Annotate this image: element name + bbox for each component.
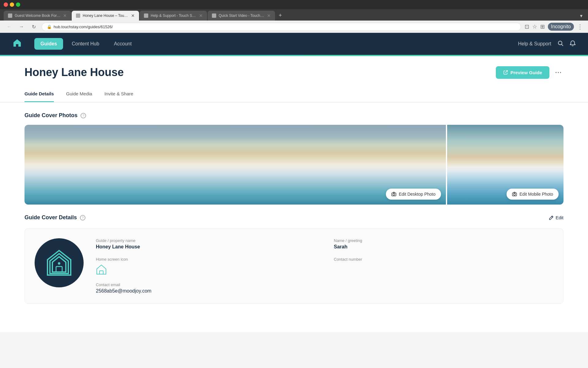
tab-favicon-1 — [8, 13, 12, 18]
svg-marker-13 — [97, 265, 106, 274]
help-support-link[interactable]: Help & Support — [518, 41, 551, 47]
svg-point-6 — [514, 194, 515, 195]
tab-title-3: Help & Support - Touch Stay — [151, 13, 197, 18]
camera-icon-desktop — [391, 192, 396, 197]
tab-close-4[interactable]: ✕ — [267, 13, 271, 18]
nav-items: Guides Content Hub Account — [34, 38, 518, 50]
extensions-icon: ⊞ — [540, 23, 545, 30]
cover-details-help-icon[interactable]: ? — [80, 215, 85, 220]
browser-tabs-bar: Guest Welcome Book For Vaca... ✕ Honey L… — [0, 9, 588, 21]
nav-item-guides[interactable]: Guides — [34, 38, 63, 50]
greeting-label: Name / greeting — [334, 238, 553, 243]
page-title: Honey Lane House — [24, 66, 124, 79]
edit-desktop-photo-button[interactable]: Edit Desktop Photo — [386, 189, 441, 200]
reload-button[interactable]: ↻ — [29, 22, 38, 31]
home-screen-icon-preview — [96, 264, 107, 275]
close-window-button[interactable] — [4, 2, 8, 7]
tab-close-3[interactable]: ✕ — [199, 13, 203, 18]
browser-tab-3[interactable]: Help & Support - Touch Stay ✕ — [140, 11, 207, 21]
nav-item-account[interactable]: Account — [108, 38, 138, 50]
forward-button[interactable]: → — [17, 22, 26, 31]
tab-title-1: Guest Welcome Book For Vaca... — [15, 13, 61, 18]
edit-mobile-photo-button[interactable]: Edit Mobile Photo — [507, 189, 559, 200]
guide-cover-details-section: Guide Cover Details ? Edit — [0, 214, 588, 316]
header-actions: Preview Guide ⋯ — [496, 66, 564, 79]
new-tab-button[interactable]: + — [276, 10, 285, 21]
nav-item-content-hub[interactable]: Content Hub — [66, 38, 105, 50]
nav-right: Help & Support — [518, 40, 576, 48]
field-contact-email: Contact email 2568ab5e@moodjoy.com — [96, 282, 315, 294]
menu-icon[interactable]: ⋮ — [577, 23, 583, 30]
svg-point-4 — [393, 194, 395, 195]
cover-photos-title: Guide Cover Photos — [24, 112, 77, 119]
page-header: Honey Lane House Preview Guide ⋯ — [0, 56, 588, 79]
profile-icon[interactable]: Incognito — [548, 23, 574, 31]
property-name-value: Honey Lane House — [96, 244, 315, 250]
svg-rect-11 — [56, 266, 62, 272]
desktop-cover-photo: Edit Desktop Photo — [24, 125, 446, 205]
contact-number-label: Contact number — [334, 257, 553, 262]
tab-guide-media[interactable]: Guide Media — [66, 86, 92, 102]
page-content: Honey Lane House Preview Guide ⋯ Guide D… — [0, 56, 588, 332]
more-options-button[interactable]: ⋯ — [553, 67, 564, 78]
tab-invite-share[interactable]: Invite & Share — [104, 86, 133, 102]
greeting-value: Sarah — [334, 244, 553, 250]
edit-cover-details-button[interactable]: Edit — [549, 215, 564, 220]
browser-chrome: Guest Welcome Book For Vaca... ✕ Honey L… — [0, 0, 588, 33]
notifications-button[interactable] — [570, 40, 576, 48]
cover-details-card: Guide / property name Honey Lane House N… — [24, 228, 564, 304]
browser-tab-2[interactable]: Honey Lane House – Touch St... ✕ — [72, 11, 139, 21]
app-navigation: Guides Content Hub Account Help & Suppor… — [0, 33, 588, 55]
svg-line-1 — [562, 44, 563, 46]
address-bar: ← → ↻ 🔒 hub.touchstay.com/guides/61526/ … — [0, 21, 588, 33]
mobile-cover-photo: Edit Mobile Photo — [447, 125, 564, 205]
camera-icon-mobile — [512, 192, 517, 197]
pencil-icon — [549, 215, 554, 220]
cover-details-header: Guide Cover Details ? Edit — [24, 214, 564, 221]
cover-details-title-group: Guide Cover Details ? — [24, 214, 85, 221]
guide-cover-photos-section: Guide Cover Photos ? Edit Desktop Photo — [0, 102, 588, 214]
traffic-lights — [4, 2, 20, 7]
search-button[interactable] — [557, 40, 564, 48]
tabs-menu-button[interactable]: ▾ — [578, 11, 584, 21]
page-tabs-nav: Guide Details Guide Media Invite & Share — [0, 86, 588, 102]
tab-favicon-4 — [212, 13, 216, 18]
cover-photos-container: Edit Desktop Photo Edit Mobile Photo — [24, 125, 564, 205]
tab-favicon-3 — [144, 13, 148, 18]
maximize-window-button[interactable] — [16, 2, 20, 7]
tab-title-4: Quick Start Video - Touch Stay — [219, 13, 265, 18]
tab-close-2[interactable]: ✕ — [131, 13, 135, 18]
home-screen-icon-label: Home screen icon — [96, 257, 315, 262]
preview-guide-button[interactable]: Preview Guide — [496, 66, 549, 79]
app-logo[interactable] — [12, 38, 22, 50]
bookmark-icon[interactable]: ☆ — [532, 23, 537, 30]
tab-close-1[interactable]: ✕ — [63, 13, 67, 18]
tab-title-2: Honey Lane House – Touch St... — [83, 13, 129, 18]
browser-titlebar — [0, 0, 588, 9]
field-property-name: Guide / property name Honey Lane House — [96, 238, 315, 250]
back-button[interactable]: ← — [5, 22, 13, 31]
svg-point-12 — [58, 262, 60, 265]
cast-icon: ⊡ — [525, 23, 529, 30]
url-text: hub.touchstay.com/guides/61526/ — [54, 25, 113, 29]
cover-photos-help-icon[interactable]: ? — [81, 113, 86, 118]
cover-details-title: Guide Cover Details — [24, 214, 77, 221]
section-header-photos: Guide Cover Photos ? — [24, 112, 564, 119]
url-bar[interactable]: 🔒 hub.touchstay.com/guides/61526/ — [42, 23, 521, 31]
svg-point-0 — [558, 41, 562, 45]
svg-rect-14 — [100, 271, 103, 274]
svg-line-2 — [505, 71, 507, 73]
browser-tab-4[interactable]: Quick Start Video - Touch Stay ✕ — [208, 11, 275, 21]
svg-line-7 — [552, 217, 552, 217]
field-contact-number: Contact number — [334, 257, 553, 275]
property-icon-container — [35, 238, 84, 287]
field-greeting: Name / greeting Sarah — [334, 238, 553, 250]
tab-guide-details[interactable]: Guide Details — [24, 86, 54, 102]
contact-email-label: Contact email — [96, 282, 315, 287]
external-link-icon — [503, 70, 508, 75]
contact-email-value: 2568ab5e@moodjoy.com — [96, 288, 315, 294]
cover-details-fields: Guide / property name Honey Lane House N… — [96, 238, 553, 294]
browser-tab-1[interactable]: Guest Welcome Book For Vaca... ✕ — [4, 11, 71, 21]
property-name-label: Guide / property name — [96, 238, 315, 243]
minimize-window-button[interactable] — [10, 2, 14, 7]
